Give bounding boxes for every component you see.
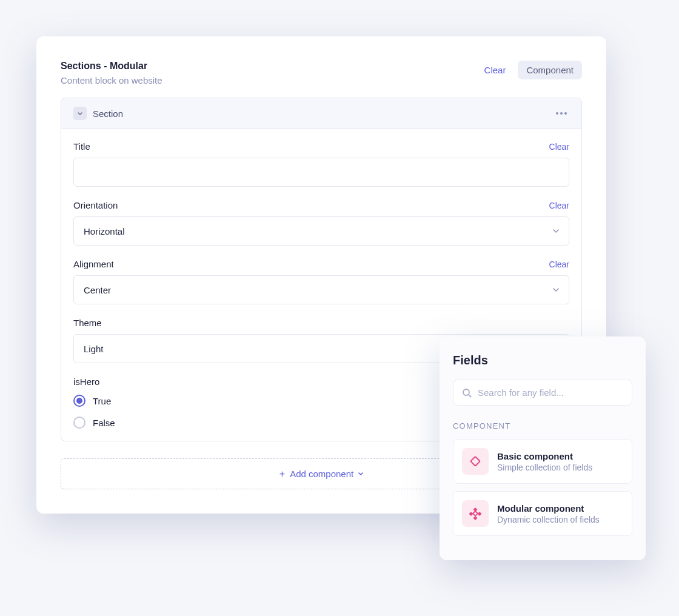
orientation-clear[interactable]: Clear (549, 201, 569, 210)
svg-rect-6 (473, 516, 477, 520)
component-badge: Component (518, 61, 582, 79)
orientation-select[interactable]: Horizontal (73, 216, 569, 246)
plus-icon: + (279, 469, 285, 479)
orientation-label: Orientation (73, 200, 118, 210)
radio-true-label: True (93, 396, 111, 406)
orientation-value: Horizontal (84, 226, 125, 236)
radio-icon (73, 417, 85, 429)
header-actions: Clear Component (478, 61, 582, 79)
basic-component-title: Basic component (497, 451, 592, 461)
radio-false-label: False (93, 418, 115, 428)
basic-component-desc: Simple collection of fields (497, 463, 592, 472)
header-left: Sections - Modular Content block on webs… (61, 61, 162, 85)
chevron-down-icon (553, 288, 559, 292)
modular-component-desc: Dynamic collection of fields (497, 515, 600, 524)
svg-rect-2 (470, 457, 480, 466)
more-button[interactable] (554, 110, 569, 117)
field-alignment: Alignment Clear Center (73, 259, 569, 304)
component-group-label: COMPONENT (453, 421, 632, 430)
basic-component-card[interactable]: Basic component Simple collection of fie… (453, 439, 632, 484)
fields-popup: Fields COMPONENT Basic component Simple … (440, 336, 646, 560)
modular-component-card[interactable]: Modular component Dynamic collection of … (453, 491, 632, 536)
chevron-down-icon (553, 229, 559, 233)
title-input[interactable] (73, 158, 569, 187)
page-title: Sections - Modular (61, 61, 162, 72)
add-component-label: Add component (290, 469, 353, 479)
fields-title: Fields (453, 353, 632, 367)
theme-value: Light (84, 344, 104, 354)
clear-button[interactable]: Clear (478, 61, 512, 79)
alignment-label: Alignment (73, 259, 114, 269)
search-field[interactable] (453, 380, 632, 406)
chevron-down-icon (78, 112, 82, 115)
section-header: Section (61, 98, 581, 129)
svg-rect-5 (477, 512, 481, 516)
svg-rect-7 (473, 511, 478, 516)
ishero-label: isHero (73, 377, 99, 387)
chevron-down-icon (358, 472, 363, 475)
search-input[interactable] (478, 387, 623, 398)
svg-rect-4 (469, 512, 473, 516)
dots-icon (556, 112, 558, 115)
theme-label: Theme (73, 318, 102, 328)
radio-icon (73, 395, 85, 407)
alignment-clear[interactable]: Clear (549, 259, 569, 269)
svg-line-1 (469, 395, 471, 397)
diamonds-icon (462, 500, 489, 527)
section-title: Section (93, 109, 547, 119)
title-clear[interactable]: Clear (549, 142, 569, 152)
alignment-select[interactable]: Center (73, 275, 569, 304)
search-icon (462, 388, 472, 398)
field-orientation: Orientation Clear Horizontal (73, 200, 569, 246)
alignment-value: Center (84, 285, 111, 295)
modular-component-title: Modular component (497, 503, 600, 514)
diamond-icon (462, 448, 489, 475)
page-subtitle: Content block on website (61, 75, 162, 85)
title-label: Title (73, 141, 90, 152)
collapse-button[interactable] (73, 107, 87, 120)
header-row: Sections - Modular Content block on webs… (61, 61, 582, 85)
field-title: Title Clear (73, 141, 569, 187)
